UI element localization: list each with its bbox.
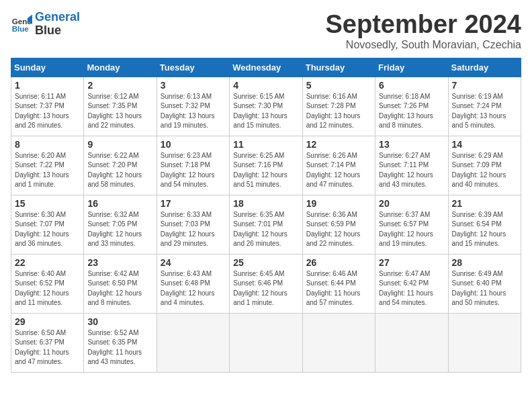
calendar: Sunday Monday Tuesday Wednesday Thursday…	[11, 58, 521, 373]
day-number-1: 1	[15, 80, 80, 91]
day-info-9: Sunrise: 6:22 AM Sunset: 7:20 PM Dayligh…	[87, 151, 152, 190]
day-number-23: 23	[87, 257, 152, 268]
day-info-25: Sunrise: 6:45 AM Sunset: 6:46 PM Dayligh…	[233, 269, 298, 308]
logo: General Blue GeneralBlue	[11, 11, 80, 38]
day-cell-12: 12Sunrise: 6:26 AM Sunset: 7:14 PM Dayli…	[302, 136, 375, 195]
svg-text:Blue: Blue	[12, 24, 30, 32]
day-info-6: Sunrise: 6:18 AM Sunset: 7:26 PM Dayligh…	[379, 92, 444, 131]
day-number-21: 21	[452, 198, 517, 209]
day-number-27: 27	[379, 257, 444, 268]
header-thursday: Thursday	[302, 58, 375, 77]
day-cell-27: 27Sunrise: 6:47 AM Sunset: 6:42 PM Dayli…	[375, 254, 448, 313]
day-number-11: 11	[233, 139, 298, 150]
logo-icon: General Blue	[11, 13, 32, 35]
day-number-28: 28	[452, 257, 517, 268]
location: Novosedly, South Moravian, Czechia	[326, 39, 522, 51]
day-number-3: 3	[161, 80, 226, 91]
day-number-24: 24	[161, 257, 226, 268]
day-info-2: Sunrise: 6:12 AM Sunset: 7:35 PM Dayligh…	[87, 92, 152, 131]
day-number-14: 14	[452, 139, 517, 150]
day-number-2: 2	[87, 80, 152, 91]
day-cell-28: 28Sunrise: 6:49 AM Sunset: 6:40 PM Dayli…	[448, 254, 521, 313]
weekday-header-row: Sunday Monday Tuesday Wednesday Thursday…	[11, 58, 521, 77]
month-title: September 2024	[326, 11, 522, 39]
week-row-4: 22Sunrise: 6:40 AM Sunset: 6:52 PM Dayli…	[11, 254, 521, 313]
header-monday: Monday	[84, 58, 157, 77]
day-info-10: Sunrise: 6:23 AM Sunset: 7:18 PM Dayligh…	[161, 151, 226, 190]
day-info-4: Sunrise: 6:15 AM Sunset: 7:30 PM Dayligh…	[233, 92, 298, 131]
day-cell-11: 11Sunrise: 6:25 AM Sunset: 7:16 PM Dayli…	[230, 136, 302, 195]
day-cell-15: 15Sunrise: 6:30 AM Sunset: 7:07 PM Dayli…	[11, 195, 84, 254]
page-header: General Blue GeneralBlue September 2024 …	[11, 11, 521, 51]
empty-cell	[302, 313, 375, 372]
day-info-13: Sunrise: 6:27 AM Sunset: 7:11 PM Dayligh…	[379, 151, 444, 190]
day-number-6: 6	[379, 80, 444, 91]
header-sunday: Sunday	[11, 58, 84, 77]
day-info-12: Sunrise: 6:26 AM Sunset: 7:14 PM Dayligh…	[306, 151, 371, 190]
day-info-29: Sunrise: 6:50 AM Sunset: 6:37 PM Dayligh…	[15, 328, 80, 367]
day-cell-14: 14Sunrise: 6:29 AM Sunset: 7:09 PM Dayli…	[448, 136, 521, 195]
day-info-7: Sunrise: 6:19 AM Sunset: 7:24 PM Dayligh…	[452, 92, 517, 131]
day-number-30: 30	[87, 316, 152, 327]
day-number-22: 22	[15, 257, 80, 268]
day-number-26: 26	[306, 257, 371, 268]
day-cell-17: 17Sunrise: 6:33 AM Sunset: 7:03 PM Dayli…	[157, 195, 229, 254]
day-number-18: 18	[233, 198, 298, 209]
header-saturday: Saturday	[448, 58, 521, 77]
day-info-28: Sunrise: 6:49 AM Sunset: 6:40 PM Dayligh…	[452, 269, 517, 308]
day-number-9: 9	[87, 139, 152, 150]
day-cell-30: 30Sunrise: 6:52 AM Sunset: 6:35 PM Dayli…	[84, 313, 157, 372]
day-cell-23: 23Sunrise: 6:42 AM Sunset: 6:50 PM Dayli…	[84, 254, 157, 313]
week-row-5: 29Sunrise: 6:50 AM Sunset: 6:37 PM Dayli…	[11, 313, 521, 372]
day-info-24: Sunrise: 6:43 AM Sunset: 6:48 PM Dayligh…	[161, 269, 226, 308]
empty-cell	[157, 313, 229, 372]
day-number-10: 10	[161, 139, 226, 150]
day-number-7: 7	[452, 80, 517, 91]
day-cell-8: 8Sunrise: 6:20 AM Sunset: 7:22 PM Daylig…	[11, 136, 84, 195]
day-info-30: Sunrise: 6:52 AM Sunset: 6:35 PM Dayligh…	[87, 328, 152, 367]
day-info-1: Sunrise: 6:11 AM Sunset: 7:37 PM Dayligh…	[15, 92, 80, 131]
day-number-8: 8	[15, 139, 80, 150]
day-cell-6: 6Sunrise: 6:18 AM Sunset: 7:26 PM Daylig…	[375, 77, 448, 136]
day-cell-4: 4Sunrise: 6:15 AM Sunset: 7:30 PM Daylig…	[230, 77, 302, 136]
week-row-2: 8Sunrise: 6:20 AM Sunset: 7:22 PM Daylig…	[11, 136, 521, 195]
day-cell-18: 18Sunrise: 6:35 AM Sunset: 7:01 PM Dayli…	[230, 195, 302, 254]
day-info-27: Sunrise: 6:47 AM Sunset: 6:42 PM Dayligh…	[379, 269, 444, 308]
day-info-18: Sunrise: 6:35 AM Sunset: 7:01 PM Dayligh…	[233, 210, 298, 249]
day-cell-26: 26Sunrise: 6:46 AM Sunset: 6:44 PM Dayli…	[302, 254, 375, 313]
day-cell-22: 22Sunrise: 6:40 AM Sunset: 6:52 PM Dayli…	[11, 254, 84, 313]
day-info-14: Sunrise: 6:29 AM Sunset: 7:09 PM Dayligh…	[452, 151, 517, 190]
day-info-3: Sunrise: 6:13 AM Sunset: 7:32 PM Dayligh…	[161, 92, 226, 131]
day-cell-7: 7Sunrise: 6:19 AM Sunset: 7:24 PM Daylig…	[448, 77, 521, 136]
logo-text: GeneralBlue	[35, 11, 80, 38]
day-number-13: 13	[379, 139, 444, 150]
day-info-21: Sunrise: 6:39 AM Sunset: 6:54 PM Dayligh…	[452, 210, 517, 249]
day-cell-3: 3Sunrise: 6:13 AM Sunset: 7:32 PM Daylig…	[157, 77, 229, 136]
day-info-15: Sunrise: 6:30 AM Sunset: 7:07 PM Dayligh…	[15, 210, 80, 249]
day-info-17: Sunrise: 6:33 AM Sunset: 7:03 PM Dayligh…	[161, 210, 226, 249]
day-cell-24: 24Sunrise: 6:43 AM Sunset: 6:48 PM Dayli…	[157, 254, 229, 313]
week-row-1: 1Sunrise: 6:11 AM Sunset: 7:37 PM Daylig…	[11, 77, 521, 136]
header-tuesday: Tuesday	[157, 58, 229, 77]
day-info-20: Sunrise: 6:37 AM Sunset: 6:57 PM Dayligh…	[379, 210, 444, 249]
day-cell-10: 10Sunrise: 6:23 AM Sunset: 7:18 PM Dayli…	[157, 136, 229, 195]
day-cell-29: 29Sunrise: 6:50 AM Sunset: 6:37 PM Dayli…	[11, 313, 84, 372]
day-number-19: 19	[306, 198, 371, 209]
day-cell-2: 2Sunrise: 6:12 AM Sunset: 7:35 PM Daylig…	[84, 77, 157, 136]
day-cell-16: 16Sunrise: 6:32 AM Sunset: 7:05 PM Dayli…	[84, 195, 157, 254]
day-info-11: Sunrise: 6:25 AM Sunset: 7:16 PM Dayligh…	[233, 151, 298, 190]
day-number-25: 25	[233, 257, 298, 268]
day-number-20: 20	[379, 198, 444, 209]
day-cell-13: 13Sunrise: 6:27 AM Sunset: 7:11 PM Dayli…	[375, 136, 448, 195]
day-cell-20: 20Sunrise: 6:37 AM Sunset: 6:57 PM Dayli…	[375, 195, 448, 254]
day-cell-19: 19Sunrise: 6:36 AM Sunset: 6:59 PM Dayli…	[302, 195, 375, 254]
week-row-3: 15Sunrise: 6:30 AM Sunset: 7:07 PM Dayli…	[11, 195, 521, 254]
day-cell-5: 5Sunrise: 6:16 AM Sunset: 7:28 PM Daylig…	[302, 77, 375, 136]
day-number-12: 12	[306, 139, 371, 150]
day-number-4: 4	[233, 80, 298, 91]
day-cell-21: 21Sunrise: 6:39 AM Sunset: 6:54 PM Dayli…	[448, 195, 521, 254]
title-block: September 2024 Novosedly, South Moravian…	[326, 11, 522, 51]
day-number-16: 16	[87, 198, 152, 209]
day-number-29: 29	[15, 316, 80, 327]
day-cell-25: 25Sunrise: 6:45 AM Sunset: 6:46 PM Dayli…	[230, 254, 302, 313]
